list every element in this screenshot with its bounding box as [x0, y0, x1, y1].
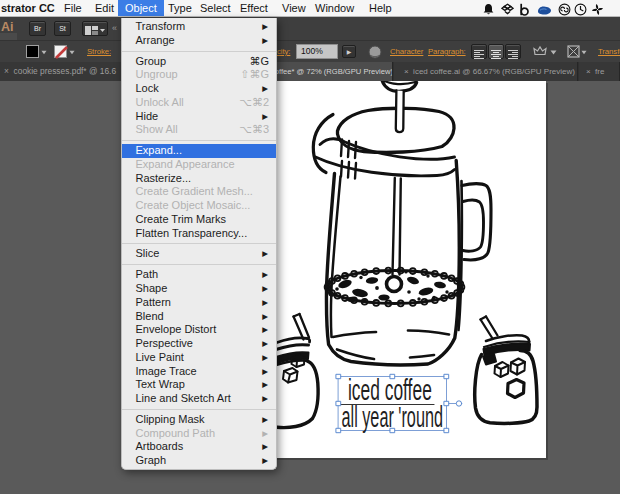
svg-text:all year 'round: all year 'round [342, 401, 443, 433]
